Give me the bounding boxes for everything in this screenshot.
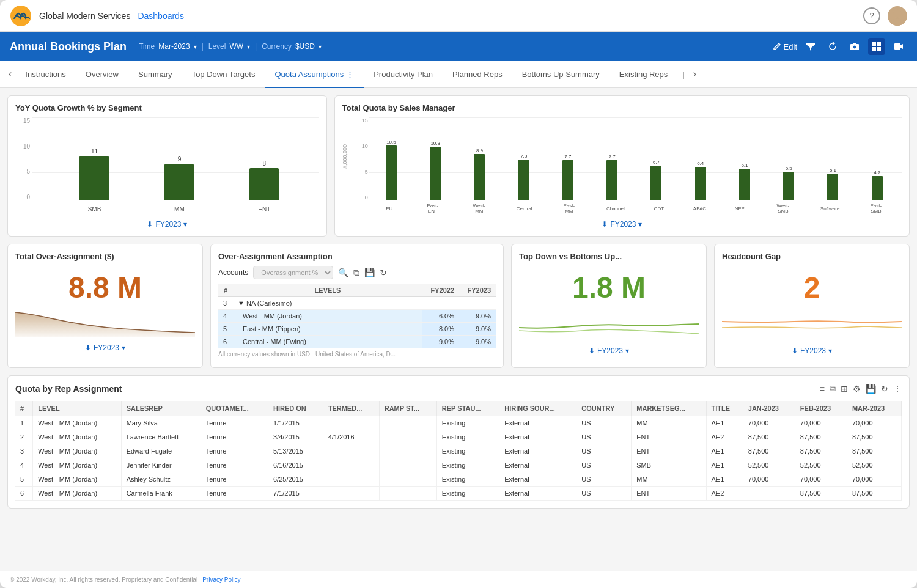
filter-icon[interactable] [802,38,819,55]
table-row[interactable]: 3West - MM (Jordan)Edward FugateTenure5/… [15,444,902,458]
table-row[interactable]: 4West - MM (Jordan)Jennifer KinderTenure… [15,458,902,472]
oa-accounts-label: Accounts [218,268,248,277]
page-footer: © 2022 Workday, Inc. All rights reserved… [0,571,917,588]
edit-button[interactable]: Edit [773,42,797,51]
refresh-icon[interactable] [824,38,841,55]
tab-productivity[interactable]: Productivity Plan [364,61,443,88]
oa-row-5[interactable]: 5 East - MM (Pippen) 8.0% 9.0% [218,323,496,336]
level-value: WW [229,42,243,51]
grid-icon[interactable] [868,38,885,55]
over-assignment-footer: ⬇ FY2023 ▾ [15,344,195,352]
oa-save-icon[interactable]: 💾 [364,268,375,277]
topdown-value: 1.8 M [519,271,699,304]
over-assignment-filter[interactable]: ⬇ FY2023 ▾ [85,344,125,352]
tab-planned-reps[interactable]: Planned Reps [443,61,512,88]
tab-instructions[interactable]: Instructions [15,61,75,88]
table-row[interactable]: 6West - MM (Jordan)Carmella FrankTenure7… [15,487,902,501]
over-assignment-value: 8.8 M [15,271,195,304]
toolbar-save-icon[interactable]: 💾 [866,384,876,394]
total-quota-footer: ⬇ FY2023 ▾ [342,220,902,229]
oa-row-6[interactable]: 6 Central - MM (Ewing) 9.0% 9.0% [218,336,496,348]
toolbar-more-icon[interactable]: ⋮ [893,384,902,394]
headcount-filter[interactable]: ⬇ FY2023 ▾ [792,347,832,355]
header-controls: Time Mar-2023 ▾ | Level WW ▾ | Currency … [139,42,322,51]
time-label: Time [139,42,155,51]
table-header-row: # LEVEL SALESREP QUOTAMET... HIRED ON TE… [15,401,902,416]
quota-by-rep-header: Quota by Rep Assignment ≡ ⧉ ⊞ ⚙ 💾 ↻ ⋮ [15,383,902,394]
svg-point-1 [893,9,902,18]
tab-more[interactable]: | [677,70,689,79]
tab-summary[interactable]: Summary [128,61,182,88]
workday-logo[interactable] [10,5,32,27]
topdown-footer: ⬇ FY2023 ▾ [519,347,699,355]
quota-by-rep-title: Quota by Rep Assignment [15,384,122,394]
toolbar-settings-icon[interactable]: ⚙ [853,384,861,394]
top-nav-right: ? [863,6,907,26]
svg-rect-5 [853,43,856,44]
yoy-chart-title: YoY Quota Growth % by Segment [15,103,319,112]
tab-next-button[interactable]: › [690,68,700,79]
headcount-title: Headcount Gap [722,252,902,261]
topdown-bottomsup-card: Top Down vs Bottoms Up... 1.8 M ⬇ FY2023… [511,244,707,368]
header-bar: Annual Bookings Plan Time Mar-2023 ▾ | L… [0,32,917,61]
quota-by-rep-card: Quota by Rep Assignment ≡ ⧉ ⊞ ⚙ 💾 ↻ ⋮ # [7,375,910,509]
svg-point-2 [890,18,905,26]
over-assignment-sparkline [15,309,195,339]
oa-row-3[interactable]: 3 ▼ NA (Carlesimo) [218,297,496,310]
yoy-filter[interactable]: ⬇ FY2023 ▾ [147,220,187,229]
toolbar-refresh-icon[interactable]: ↻ [881,384,888,394]
oa-overassignment-select[interactable]: Overassignment % [253,266,333,279]
total-quota-filter[interactable]: ⬇ FY2023 ▾ [602,220,642,229]
dashboards-link[interactable]: Dashboards [138,11,184,21]
tab-prev-button[interactable]: ‹ [5,68,15,79]
user-avatar[interactable] [888,6,907,26]
over-assignment-title: Total Over-Assignment ($) [15,252,195,261]
oa-copy-icon[interactable]: ⧉ [353,268,359,278]
topdown-filter[interactable]: ⬇ FY2023 ▾ [589,347,629,355]
total-quota-bars: 10.5 10.3 8.9 7.8 [369,117,899,200]
tab-bottoms-up[interactable]: Bottoms Up Summary [512,61,609,88]
quota-table: # LEVEL SALESREP QUOTAMET... HIRED ON TE… [15,401,902,501]
table-row[interactable]: 1West - MM (Jordan)Mary SilvaTenure1/1/2… [15,416,902,430]
copyright-text: © 2022 Workday, Inc. All rights reserved… [10,576,197,583]
total-quota-yaxis-label: #,000,000 [342,120,348,193]
svg-point-4 [853,45,856,49]
topdown-title: Top Down vs Bottoms Up... [519,252,699,261]
topdown-sparkline [519,309,699,342]
bar-smb: 11 [79,148,109,200]
privacy-policy-link[interactable]: Privacy Policy [202,576,240,583]
tab-bar: ‹ Instructions Overview Summary Top Down… [0,61,917,88]
toolbar-copy-icon[interactable]: ⧉ [830,383,836,394]
level-chevron[interactable]: ▾ [247,43,250,50]
table-row[interactable]: 2West - MM (Jordan)Lawrence BartlettTenu… [15,430,902,444]
currency-chevron[interactable]: ▾ [319,43,322,50]
over-assignment-card: Total Over-Assignment ($) 8.8 M [7,244,203,368]
currency-value: $USD [295,42,315,51]
yoy-quota-card: YoY Quota Growth % by Segment 15 10 5 0 [7,95,327,237]
time-chevron[interactable]: ▾ [194,43,197,50]
total-quota-card: Total Quota by Sales Manager #,000,000 1… [334,95,910,237]
toolbar-filter-icon[interactable]: ≡ [820,384,825,394]
tab-overview[interactable]: Overview [76,61,128,88]
tab-quota-assumptions[interactable]: Quota Assumptions ⋮ [265,61,364,88]
oa-footer-text: All currency values shown in USD - Unite… [218,348,496,360]
help-icon[interactable]: ? [863,7,880,24]
oa-row-4[interactable]: 4 West - MM (Jordan) 6.0% 9.0% [218,310,496,323]
currency-label: Currency [262,42,292,51]
video-icon[interactable] [890,38,907,55]
total-quota-title: Total Quota by Sales Manager [342,103,902,112]
charts-row-2: Total Over-Assignment ($) 8.8 M [7,244,910,368]
bar-ent: 8 [249,160,279,200]
toolbar-expand-icon[interactable]: ⊞ [841,384,848,394]
oa-search-icon[interactable]: 🔍 [338,268,348,277]
oa-refresh-icon[interactable]: ↻ [380,268,387,277]
charts-row-1: YoY Quota Growth % by Segment 15 10 5 0 [7,95,910,237]
total-quota-xlabels: EU East-ENT West-MM Central East-MM Chan… [369,202,899,215]
svg-rect-6 [872,42,876,46]
table-row[interactable]: 5West - MM (Jordan)Ashley SchultzTenure6… [15,472,902,487]
yoy-footer: ⬇ FY2023 ▾ [15,220,319,229]
camera-icon[interactable] [846,38,863,55]
tab-topdown[interactable]: Top Down Targets [182,61,265,88]
top-nav: Global Modern Services Dashboards ? [0,0,917,32]
tab-existing-reps[interactable]: Existing Reps [609,61,677,88]
